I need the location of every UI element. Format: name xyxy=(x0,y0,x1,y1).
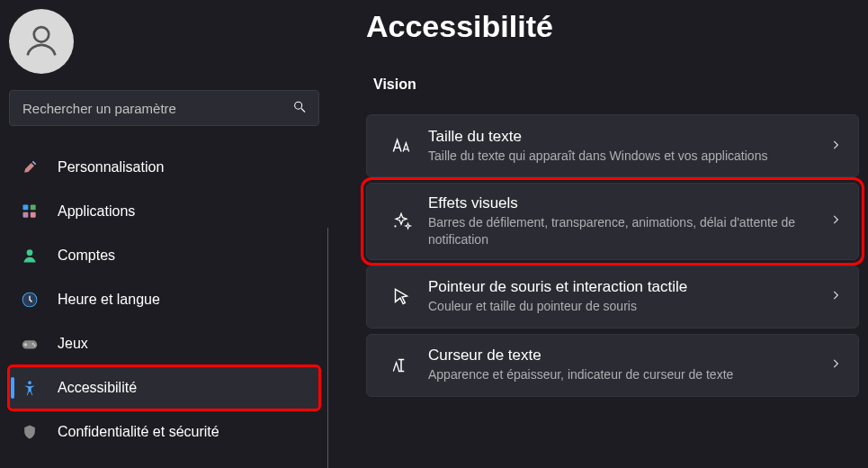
mouse-pointer-icon xyxy=(380,285,423,309)
text-size-icon xyxy=(380,134,423,158)
card-subtitle: Apparence et épaisseur, indicateur de cu… xyxy=(428,366,820,383)
sidebar-item-applications[interactable]: Applications xyxy=(9,190,319,233)
gamepad-icon xyxy=(20,334,40,354)
sidebar-item-label: Personnalisation xyxy=(58,159,164,176)
search-input[interactable] xyxy=(9,90,319,126)
card-subtitle: Taille du texte qui apparaît dans Window… xyxy=(428,148,820,165)
sidebar-item-label: Accessibilité xyxy=(58,380,137,396)
shield-icon xyxy=(20,422,40,442)
person-icon xyxy=(20,246,40,266)
accessibility-icon xyxy=(20,378,40,398)
sidebar-divider xyxy=(327,228,328,468)
svg-rect-3 xyxy=(23,205,29,211)
svg-point-1 xyxy=(295,102,302,109)
svg-point-14 xyxy=(394,225,396,227)
svg-point-12 xyxy=(33,345,35,346)
svg-rect-4 xyxy=(31,205,36,211)
sidebar-item-label: Heure et langue xyxy=(58,292,160,308)
sparkles-icon xyxy=(380,210,423,233)
sidebar-item-personalization[interactable]: Personnalisation xyxy=(9,146,319,189)
svg-point-0 xyxy=(34,27,49,41)
sidebar-item-label: Confidentialité et sécurité xyxy=(58,424,219,440)
card-mouse-pointer[interactable]: Pointeur de souris et interaction tactil… xyxy=(366,266,859,328)
chevron-right-icon xyxy=(826,289,846,304)
sidebar: Personnalisation Applications Comptes He… xyxy=(0,0,328,468)
card-text-cursor[interactable]: Curseur de texte Apparence et épaisseur,… xyxy=(366,334,859,397)
card-subtitle: Barres de défilement, transparence, anim… xyxy=(428,214,820,248)
apps-icon xyxy=(20,202,40,221)
search-icon xyxy=(292,100,307,117)
svg-rect-5 xyxy=(23,212,29,218)
chevron-right-icon xyxy=(826,139,846,154)
svg-point-11 xyxy=(32,343,34,345)
sidebar-nav: Personnalisation Applications Comptes He… xyxy=(9,146,319,454)
card-text: Effets visuels Barres de défilement, tra… xyxy=(423,194,826,248)
card-title: Effets visuels xyxy=(428,194,820,212)
card-title: Curseur de texte xyxy=(428,346,820,364)
card-text: Curseur de texte Apparence et épaisseur,… xyxy=(423,346,826,383)
avatar[interactable] xyxy=(9,9,74,74)
chevron-right-icon xyxy=(826,213,846,229)
card-text: Taille du texte Taille du texte qui appa… xyxy=(423,128,826,165)
sidebar-item-accounts[interactable]: Comptes xyxy=(9,234,319,277)
clock-icon xyxy=(20,290,40,310)
svg-line-2 xyxy=(301,109,305,112)
sidebar-item-label: Jeux xyxy=(58,336,88,352)
page-title: Accessibilité xyxy=(366,9,859,44)
sidebar-item-time-language[interactable]: Heure et langue xyxy=(9,278,319,321)
card-subtitle: Couleur et taille du pointeur de souris xyxy=(428,298,820,315)
sidebar-item-privacy[interactable]: Confidentialité et sécurité xyxy=(9,410,319,454)
card-title: Taille du texte xyxy=(428,128,820,146)
card-visual-effects[interactable]: Effets visuels Barres de défilement, tra… xyxy=(366,183,859,260)
sidebar-item-label: Comptes xyxy=(58,248,115,264)
section-heading-vision: Vision xyxy=(366,76,859,93)
card-title: Pointeur de souris et interaction tactil… xyxy=(428,278,820,296)
svg-point-13 xyxy=(28,381,31,384)
main-panel: Accessibilité Vision Taille du texte Tai… xyxy=(328,0,868,468)
settings-card-list: Taille du texte Taille du texte qui appa… xyxy=(366,114,859,397)
search-box[interactable] xyxy=(9,90,319,126)
sidebar-item-label: Applications xyxy=(58,203,135,220)
text-cursor-icon xyxy=(380,354,423,377)
svg-rect-6 xyxy=(31,212,36,218)
chevron-right-icon xyxy=(826,357,846,373)
sidebar-item-gaming[interactable]: Jeux xyxy=(9,322,319,365)
svg-point-7 xyxy=(27,249,33,256)
sidebar-item-accessibility[interactable]: Accessibilité xyxy=(9,366,319,410)
card-text: Pointeur de souris et interaction tactil… xyxy=(423,278,826,315)
brush-icon xyxy=(20,158,40,177)
card-text-size[interactable]: Taille du texte Taille du texte qui appa… xyxy=(366,114,859,177)
